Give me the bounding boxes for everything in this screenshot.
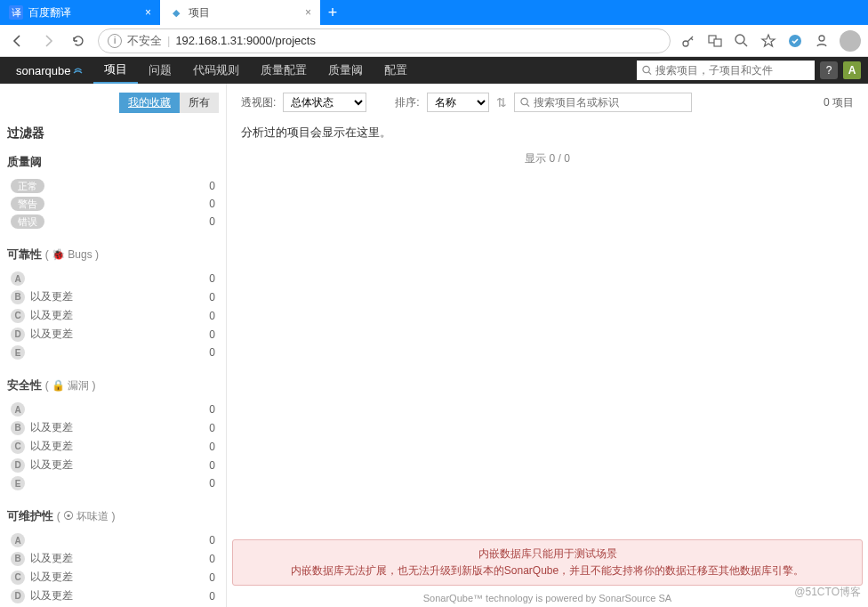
help-button[interactable]: ? — [820, 61, 838, 79]
star-icon[interactable] — [760, 32, 777, 50]
facet-row[interactable]: A0 — [7, 401, 219, 418]
facet-title: 安全性 ( 🔒 漏洞 ) — [7, 377, 219, 393]
status-badge: 错误 — [11, 214, 44, 229]
facet-maintainability: 可维护性 ( ⦿ 坏味道 ) A0 B以及更差0 C以及更差0 D以及更差0 E… — [7, 508, 219, 607]
close-icon[interactable]: × — [305, 6, 311, 19]
browser-tab-strip: 译 百度翻译 × ◆ 项目 × + — [0, 0, 868, 25]
rating-icon: D — [11, 589, 25, 603]
facet-security: 安全性 ( 🔒 漏洞 ) A0 B以及更差0 C以及更差0 D以及更差0 E0 — [7, 377, 219, 492]
arrow-right-icon — [41, 34, 55, 48]
svg-point-6 — [643, 66, 649, 72]
main-panel: 透视图: 总体状态 排序: 名称 ⇅ 0 项目 分析过的项目会显示在这里。 显示… — [227, 84, 868, 607]
filter-title: 过滤器 — [7, 125, 219, 142]
url-text: 192.168.1.31:9000/projects — [175, 34, 316, 47]
rating-icon: A — [11, 271, 25, 286]
search-icon[interactable] — [733, 32, 751, 50]
nav-issues[interactable]: 问题 — [138, 57, 182, 84]
reload-button[interactable] — [68, 30, 89, 52]
facet-row[interactable]: E0 — [7, 344, 219, 361]
facet-count: 0 — [209, 198, 215, 210]
facet-row[interactable]: A0 — [7, 270, 219, 287]
status-badge: 正常 — [11, 179, 44, 193]
facet-row[interactable]: A0 — [7, 531, 219, 549]
tab-favicon: 译 — [9, 5, 23, 20]
facet-title: 可维护性 ( ⦿ 坏味道 ) — [7, 508, 219, 524]
footer: SonarQube™ technology is powered by Sona… — [227, 593, 868, 603]
sonarqube-logo[interactable]: sonarqube — [7, 64, 93, 77]
back-button[interactable] — [7, 30, 28, 52]
svg-point-5 — [819, 36, 824, 41]
close-icon[interactable]: × — [145, 6, 151, 19]
info-icon[interactable]: i — [108, 34, 122, 48]
project-search-input[interactable] — [534, 96, 686, 109]
sort-direction-icon[interactable]: ⇅ — [496, 95, 507, 109]
facet-row[interactable]: B以及更差0 — [7, 549, 219, 568]
rating-icon: B — [11, 290, 25, 304]
project-search[interactable] — [514, 93, 692, 112]
translate-icon[interactable] — [706, 32, 724, 50]
arrow-left-icon — [11, 34, 25, 48]
search-icon — [642, 65, 652, 76]
facet-row[interactable]: B以及更差0 — [7, 287, 219, 306]
tab-favorites[interactable]: 我的收藏 — [119, 93, 180, 113]
tab-all[interactable]: 所有 — [180, 93, 219, 113]
svg-point-7 — [521, 98, 527, 104]
extension-icon-2[interactable] — [813, 32, 831, 50]
rating-icon: B — [11, 552, 25, 566]
sort-label: 排序: — [395, 95, 419, 110]
global-search-input[interactable] — [655, 64, 809, 77]
rating-icon: B — [11, 421, 25, 435]
address-bar[interactable]: i 不安全 | 192.168.1.31:9000/projects — [98, 28, 671, 53]
new-tab-button[interactable]: + — [320, 0, 345, 25]
nav-projects[interactable]: 项目 — [93, 57, 138, 84]
sonarqube-navbar: sonarqube 项目 问题 代码规则 质量配置 质量阈 配置 ? A — [0, 57, 868, 84]
facet-row-fail[interactable]: 错误 0 — [7, 213, 219, 231]
browser-tab-projects[interactable]: ◆ 项目 × — [160, 0, 320, 25]
browser-nav-bar: i 不安全 | 192.168.1.31:9000/projects — [0, 25, 868, 57]
perspective-label: 透视图: — [241, 95, 276, 110]
facet-row[interactable]: D以及更差0 — [7, 325, 219, 344]
facet-row[interactable]: C以及更差0 — [7, 437, 219, 456]
toolbar: 透视图: 总体状态 排序: 名称 ⇅ 0 项目 — [241, 93, 854, 112]
sidebar: 我的收藏 所有 过滤器 质量阈 正常 0 警告 0 错误 0 — [0, 84, 227, 607]
rating-icon: A — [11, 402, 25, 417]
sort-select[interactable]: 名称 — [427, 93, 489, 112]
facet-reliability: 可靠性 ( 🐞 Bugs ) A0 B以及更差0 C以及更差0 D以及更差0 E… — [7, 247, 219, 361]
facet-title: 质量阈 — [7, 154, 219, 170]
extension-icon-1[interactable] — [786, 32, 804, 50]
facet-row[interactable]: C以及更差0 — [7, 568, 219, 587]
key-icon[interactable] — [679, 32, 697, 50]
user-menu[interactable]: A — [843, 61, 861, 79]
facet-row[interactable]: D以及更差0 — [7, 587, 219, 605]
facet-row-pass[interactable]: 正常 0 — [7, 177, 219, 195]
rating-icon: D — [11, 328, 25, 342]
forward-button[interactable] — [37, 30, 59, 52]
warning-title: 内嵌数据库只能用于测试场景 — [244, 546, 851, 562]
shown-count: 显示 0 / 0 — [241, 151, 854, 166]
insecure-label: 不安全 — [127, 33, 162, 49]
rating-icon: C — [11, 571, 25, 585]
logo-wave-icon — [72, 64, 84, 77]
svg-rect-2 — [714, 39, 721, 46]
facet-row[interactable]: D以及更差0 — [7, 456, 219, 474]
nav-rules[interactable]: 代码规则 — [182, 57, 250, 84]
facet-row-warn[interactable]: 警告 0 — [7, 195, 219, 213]
browser-tab-baidu[interactable]: 译 百度翻译 × — [0, 0, 160, 25]
nav-quality-gates[interactable]: 质量阈 — [317, 57, 374, 84]
facet-row[interactable]: B以及更差0 — [7, 418, 219, 437]
facet-row[interactable]: C以及更差0 — [7, 306, 219, 325]
separator: | — [167, 34, 170, 47]
rating-icon: D — [11, 458, 25, 473]
reload-icon — [71, 34, 85, 48]
rating-icon: C — [11, 309, 25, 323]
facet-title: 可靠性 ( 🐞 Bugs ) — [7, 247, 219, 263]
facet-row[interactable]: E0 — [7, 474, 219, 492]
nav-quality-profiles[interactable]: 质量配置 — [250, 57, 317, 84]
facet-count: 0 — [209, 180, 215, 192]
perspective-select[interactable]: 总体状态 — [283, 93, 366, 112]
profile-avatar[interactable] — [840, 30, 861, 52]
content-area: 我的收藏 所有 过滤器 质量阈 正常 0 警告 0 错误 0 — [0, 84, 868, 607]
nav-admin[interactable]: 配置 — [374, 57, 418, 84]
global-search[interactable] — [637, 61, 815, 80]
rating-icon: E — [11, 345, 25, 360]
